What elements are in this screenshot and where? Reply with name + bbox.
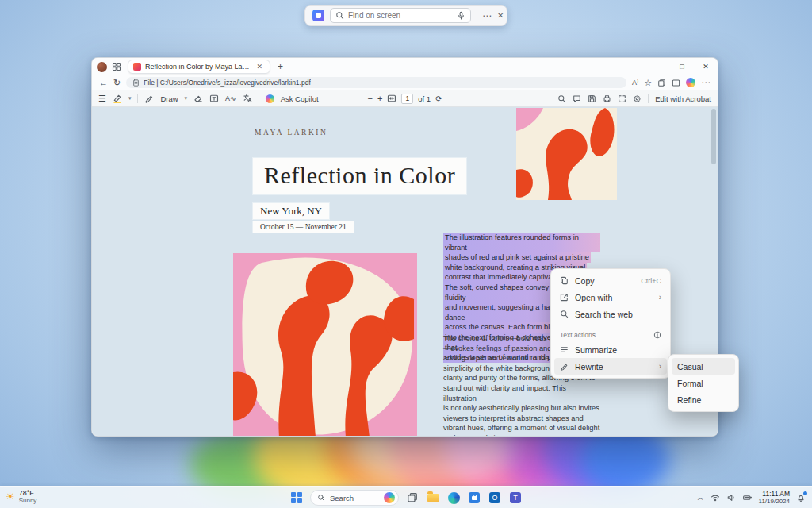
menu-label: Rewrite [575, 362, 653, 371]
notification-button[interactable] [796, 493, 806, 502]
read-aloud-tool-icon[interactable]: A∿ [225, 94, 236, 102]
edge-icon [448, 492, 460, 504]
pdf-scrollbar[interactable] [711, 109, 716, 164]
find-search-field[interactable] [330, 8, 471, 23]
eraser-icon[interactable] [193, 94, 203, 103]
submenu-item-refine[interactable]: Refine [672, 391, 735, 408]
print-icon[interactable] [603, 94, 611, 103]
tray-chevron-up-icon[interactable]: ︿ [698, 494, 704, 502]
toc-menu-icon[interactable]: ☰ [98, 94, 106, 104]
save-icon[interactable] [588, 94, 596, 103]
taskbar-clock[interactable]: 11:11 AM 11/19/2024 [759, 491, 790, 506]
find-input[interactable] [348, 11, 453, 20]
divider [137, 94, 138, 103]
favorites-star-icon[interactable]: ☆ [644, 78, 652, 88]
info-icon[interactable] [653, 331, 661, 339]
browser-window: Reflection in Color by Maya Larkin ✕ + ─… [91, 57, 718, 437]
url-field[interactable]: File | C:/Users/Onedrive/s_izza/lovegive… [126, 77, 626, 88]
teams-icon: T [510, 492, 521, 503]
doc-author: MAYA LARKIN [255, 129, 327, 137]
ask-copilot-label[interactable]: Ask Copilot [281, 94, 319, 103]
tab-close-icon[interactable]: ✕ [254, 63, 265, 71]
zoom-in-icon[interactable]: + [377, 94, 382, 103]
submenu-item-casual[interactable]: Casual [672, 358, 735, 375]
more-options-icon[interactable]: ⋯ [482, 11, 492, 21]
divider [259, 94, 259, 103]
volume-icon[interactable] [726, 493, 736, 502]
settings-more-icon[interactable]: ⋯ [701, 78, 710, 87]
back-icon[interactable]: ← [99, 78, 108, 87]
menu-item-open-with[interactable]: Open with › [554, 289, 667, 306]
menu-shortcut: Ctrl+C [641, 277, 661, 285]
draw-label[interactable]: Draw [160, 94, 178, 103]
taskbar-weather-widget[interactable]: ☀ 78°F Sunny [6, 489, 36, 504]
body-line: and contemplation. [443, 433, 600, 436]
page-number-input[interactable] [401, 94, 413, 104]
draw-pen-icon[interactable] [144, 94, 154, 103]
battery-icon[interactable] [742, 493, 753, 502]
store-bag-icon [469, 492, 480, 503]
app-icon-store[interactable] [467, 491, 481, 505]
ask-copilot-icon[interactable] [266, 94, 274, 103]
draw-chevron-icon[interactable]: ▾ [185, 95, 188, 102]
menu-item-summarize[interactable]: Summarize [554, 341, 667, 358]
settings-gear-icon[interactable] [633, 94, 642, 103]
artwork-top-right [516, 108, 617, 200]
close-window-button[interactable]: ✕ [694, 58, 718, 75]
search-web-icon [560, 310, 569, 318]
address-bar: ← ↻ File | C:/Users/Onedrive/s_izza/love… [92, 75, 718, 90]
page-count-label: of 1 [418, 94, 431, 103]
add-text-icon[interactable] [209, 94, 219, 103]
menu-item-rewrite[interactable]: Rewrite › [554, 358, 667, 375]
microphone-icon[interactable] [457, 11, 465, 20]
taskbar-center: Search O T [289, 487, 523, 508]
read-aloud-icon[interactable]: A⁾ [632, 79, 638, 87]
menu-item-copy[interactable]: Copy Ctrl+C [554, 272, 667, 289]
maximize-button[interactable]: □ [670, 58, 694, 75]
rewrite-icon [560, 362, 569, 371]
menu-label: Search the web [575, 310, 661, 319]
browser-profile-avatar[interactable] [97, 62, 107, 72]
app-icon-edge[interactable] [446, 491, 461, 505]
collections-icon[interactable] [657, 79, 666, 87]
copy-icon [560, 276, 569, 285]
edit-with-acrobat-button[interactable]: Edit with Acrobat [655, 94, 711, 103]
copilot-icon[interactable] [686, 78, 695, 87]
pdf-toolbar-center: − + of 1 ⟳ [367, 94, 442, 104]
zoom-out-icon[interactable]: − [367, 94, 372, 103]
fullscreen-icon[interactable] [618, 94, 626, 103]
highlight-tool-icon[interactable] [113, 94, 122, 103]
app-icon-outlook[interactable]: O [488, 491, 502, 505]
task-view-icon [407, 492, 418, 503]
menu-separator [558, 325, 663, 325]
submenu-item-formal[interactable]: Formal [672, 375, 735, 391]
split-screen-icon[interactable] [672, 79, 680, 87]
app-icon-file-explorer[interactable] [426, 491, 440, 505]
fit-to-width-icon[interactable] [387, 94, 396, 103]
comments-icon[interactable] [573, 94, 581, 103]
app-icon-teams[interactable]: T [508, 491, 523, 505]
refresh-icon[interactable]: ↻ [113, 78, 121, 88]
minimize-button[interactable]: ─ [646, 58, 670, 75]
body-line: vibrant hues, offering a moment of visua… [443, 423, 600, 433]
task-view-button[interactable] [405, 491, 419, 505]
tab-title: Reflection in Color by Maya Larkin [145, 63, 250, 71]
new-tab-button[interactable]: + [275, 61, 285, 72]
menu-item-search-web[interactable]: Search the web [554, 306, 667, 322]
rotate-icon[interactable]: ⟳ [435, 94, 442, 103]
wifi-icon[interactable] [710, 493, 720, 502]
highlight-chevron-icon[interactable]: ▾ [128, 95, 132, 102]
menu-label: Summarize [575, 345, 661, 355]
doc-location: New York, NY [253, 203, 329, 219]
start-button[interactable] [289, 491, 304, 505]
highlighted-line: The illustration features rounded forms … [443, 233, 600, 252]
close-icon[interactable]: ✕ [497, 12, 504, 20]
workspaces-icon[interactable] [112, 62, 121, 71]
taskbar-search-box[interactable]: Search [310, 490, 399, 506]
sun-icon: ☀ [6, 491, 15, 502]
notification-badge [803, 491, 807, 495]
translate-icon[interactable] [243, 94, 252, 103]
rewrite-submenu: Casual Formal Refine [668, 354, 739, 412]
browser-tab[interactable]: Reflection in Color by Maya Larkin ✕ [128, 60, 270, 74]
find-in-document-icon[interactable] [557, 94, 566, 103]
